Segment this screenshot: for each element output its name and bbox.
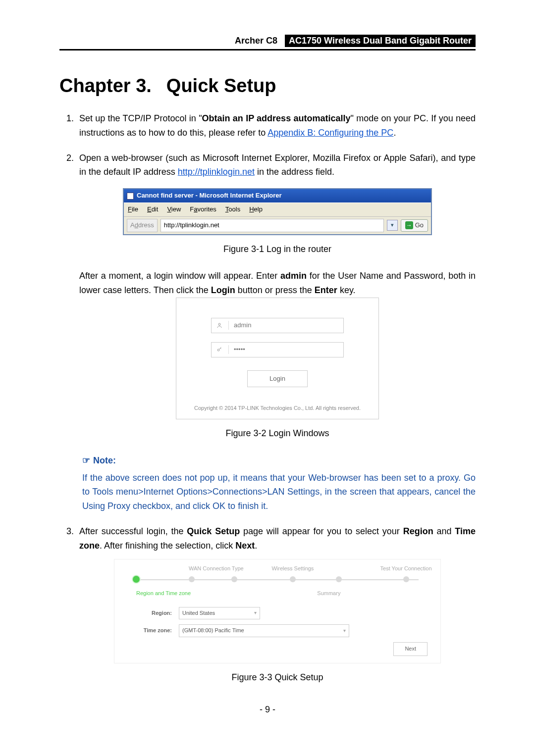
ie-address-dropdown[interactable]: ▾ xyxy=(387,220,398,231)
chevron-down-icon: ▾ xyxy=(391,221,394,230)
ie-go-button[interactable]: → Go xyxy=(401,219,428,232)
qs-node-6 xyxy=(403,576,409,582)
step-1: Set up the TCP/IP Protocol in "Obtain an… xyxy=(76,111,476,140)
svg-point-0 xyxy=(218,323,220,325)
svg-point-1 xyxy=(217,349,219,351)
page-icon xyxy=(127,193,134,200)
qs-step-summary: Summary xyxy=(317,589,340,598)
ie-window-figure: Cannot find server - Microsoft Internet … xyxy=(123,188,432,235)
ie-menu-edit[interactable]: Edit xyxy=(147,204,158,215)
qs-node-region xyxy=(132,575,141,584)
ie-address-input[interactable]: http://tplinklogin.net xyxy=(160,219,384,232)
login-copyright: Copyright © 2014 TP-LINK Technologies Co… xyxy=(191,404,364,413)
figure-3-3-caption: Figure 3-3 Quick Setup xyxy=(79,670,476,685)
ie-address-label: Address xyxy=(127,219,158,232)
page-number: - 9 - xyxy=(59,705,476,715)
chevron-down-icon: ▾ xyxy=(343,627,346,635)
qs-node-2 xyxy=(189,576,195,582)
ie-menu-bar: File Edit View Favorites Tools Help xyxy=(124,202,431,217)
qs-node-5 xyxy=(336,576,342,582)
user-icon xyxy=(215,321,223,329)
qs-node-3 xyxy=(231,576,237,582)
login-button[interactable]: Login xyxy=(247,370,308,388)
arrow-right-icon: → xyxy=(405,221,413,229)
timezone-label: Time zone: xyxy=(124,626,179,635)
ie-menu-favorites[interactable]: Favorites xyxy=(190,204,216,215)
qs-step-wireless: Wireless Settings xyxy=(271,564,314,573)
ie-menu-tools[interactable]: Tools xyxy=(225,204,240,215)
appendix-b-link[interactable]: Appendix B: Configuring the PC xyxy=(268,128,393,138)
figure-3-1-caption: Figure 3-1 Log in the router xyxy=(79,242,476,256)
pointing-hand-icon: ☞ xyxy=(82,454,90,468)
region-label: Region: xyxy=(124,609,179,618)
note-body: If the above screen does not pop up, it … xyxy=(82,471,476,513)
product-short: Archer C8 xyxy=(235,36,277,46)
ie-menu-view[interactable]: View xyxy=(167,204,181,215)
username-field[interactable]: admin xyxy=(211,318,344,333)
tplinklogin-link[interactable]: http://tplinklogin.net xyxy=(178,167,255,177)
ie-menu-help[interactable]: Help xyxy=(249,204,263,215)
next-button[interactable]: Next xyxy=(393,642,428,656)
quick-setup-panel: WAN Connection Type Wireless Settings Te… xyxy=(114,559,441,663)
login-window-figure: admin ••••• Login Copyright © 2014 TP-LI… xyxy=(176,298,379,419)
ie-menu-file[interactable]: File xyxy=(128,204,138,215)
key-icon xyxy=(215,346,223,353)
chevron-down-icon: ▾ xyxy=(254,609,257,617)
step-2: Open a web-browser (such as Microsoft In… xyxy=(76,151,476,513)
doc-header: Archer C8 AC1750 Wireless Dual Band Giga… xyxy=(59,35,476,50)
password-field[interactable]: ••••• xyxy=(211,342,344,357)
ie-title-bar: Cannot find server - Microsoft Internet … xyxy=(124,189,431,202)
timezone-select[interactable]: (GMT-08:00) Pacific Time ▾ xyxy=(179,624,349,637)
product-full: AC1750 Wireless Dual Band Gigabit Router xyxy=(285,35,476,47)
figure-3-2-caption: Figure 3-2 Login Windows xyxy=(79,426,476,441)
chapter-title: Chapter 3.Quick Setup xyxy=(59,75,476,97)
step-3: After successful login, the Quick Setup … xyxy=(76,524,476,685)
qs-step-test: Test Your Connection xyxy=(380,564,432,573)
qs-step-wan: WAN Connection Type xyxy=(189,564,244,573)
note-header: ☞ Note: xyxy=(82,454,476,468)
qs-node-4 xyxy=(290,576,296,582)
qs-current-step: Region and Time zone xyxy=(136,589,191,598)
region-select[interactable]: United States ▾ xyxy=(179,607,260,620)
